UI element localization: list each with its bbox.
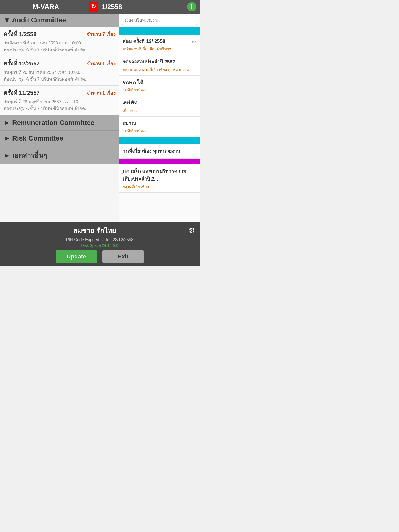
risk-committee-header[interactable]: ► Risk Committee [0,131,119,146]
gear-icon: ⚙ [189,226,195,235]
meeting-header: ครั้งที่ 11/2557 จำนวน 1 เรื่อง [4,88,116,97]
other-documents-header[interactable]: ► เอกสารอื่นๆ [0,146,119,164]
right-item-header: สอบ ครั้งที่ 12/ 2558 0% [123,37,196,46]
right-list-item[interactable]: ุมภายใน และการบริหารความเสี่ยงประจำปี 2.… [119,164,200,193]
main-container: ▼ Audit Committee ครั้งที่ 1/2558 จำนวน … [0,14,200,222]
meeting-item[interactable]: ครั้งที่ 12/2557 จำนวน 1 เรื่อง วันศุกร์… [0,56,119,86]
remuneration-committee-header[interactable]: ► Remuneration Committee [0,115,119,131]
meeting-item[interactable]: ครั้งที่ 11/2557 จำนวน 1 เรื่อง วันศุกร์… [0,86,119,115]
audit-committee-label: ▼ Audit Committee [4,16,66,24]
right-item-sub: ยงานที่เกี่ยวข้อง - [123,184,196,190]
version-label: 1/2558 [102,3,187,11]
meeting-count: จำนวน 1 เรื่อง [87,60,116,67]
remuneration-committee-label: ► Remuneration Committee [4,119,94,127]
magenta-bar [119,159,200,164]
right-item-title: รตรวจสอบประจำปี 2557 [123,58,196,65]
right-list-item[interactable]: VARA ได้ านที่เกี่ยวข้อง - [119,76,200,96]
right-item-sub: านที่เกี่ยวข้อง - [123,87,196,93]
left-panel: ▼ Audit Committee ครั้งที่ 1/2558 จำนวน … [0,14,119,222]
settings-button[interactable]: ⚙ [187,225,197,236]
right-item-title: านที่เกี่ยวข้อง ทุกหน่วยงาน [123,147,196,155]
cyan-bar-middle [119,137,200,144]
right-item-sub: านที่เกี่ยวข้อง - [123,128,196,134]
right-item-title: ะมาณ [123,119,196,127]
info-icon: i [191,3,192,10]
other-documents-label: ► เอกสารอื่นๆ [4,150,47,161]
risk-committee-label: ► Risk Committee [4,134,63,142]
header: M-VARA ↻ 1/2558 i [0,0,200,14]
app-title: M-VARA [3,3,89,11]
cyan-bar-top [119,27,200,35]
footer-username: สมชาย รักไทย [3,225,187,236]
right-item-sub: หน่วยงานที่เกี่ยวข้อง ผู้บริหาร [123,46,196,52]
meeting-header: ครั้งที่ 12/2557 จำนวน 1 เรื่อง [4,59,116,68]
update-button[interactable]: Update [56,250,97,263]
right-list-item[interactable]: านที่เกี่ยวข้อง ทุกหน่วยงาน [119,144,200,159]
exit-button[interactable]: Exit [102,250,144,263]
meeting-detail: วันศุกร์ ที่ 26 ธันวาคม 2557 เวลา 10:00.… [4,69,116,82]
search-input[interactable] [122,16,197,25]
meeting-title: ครั้งที่ 1/2558 [4,30,36,39]
search-bar [119,14,200,27]
right-list-item[interactable]: ะมาณ านที่เกี่ยวข้อง - [119,117,200,137]
meeting-title: ครั้งที่ 12/2557 [4,59,40,68]
meeting-item[interactable]: ครั้งที่ 1/2558 จำนวน 7 เรื่อง วันอังคาร… [0,27,119,56]
audit-committee-header[interactable]: ▼ Audit Committee [0,14,119,27]
right-list-item[interactable]: สอบ ครั้งที่ 12/ 2558 0% หน่วยงานที่เกี่… [119,35,200,55]
meeting-detail: วันศุกร์ ที่ 28 พฤศจิกายน 2557 เวลา 10:.… [4,98,116,112]
right-item-title: VARA ได้ [123,78,196,86]
right-item-sub: เกี่ยวข้อง - [123,108,196,114]
meeting-count: จำนวน 1 เรื่อง [87,89,116,97]
right-item-title: ุมภายใน และการบริหารความเสี่ยงประจำปี 2.… [123,167,196,183]
right-list-item[interactable]: งบริษัท เกี่ยวข้อง - [119,96,200,117]
meeting-count: จำนวน 7 เรื่อง [87,30,116,38]
right-item-title: สอบ ครั้งที่ 12/ 2558 [123,37,165,45]
right-item-title: งบริษัท [123,99,196,107]
footer-user-row: สมชาย รักไทย ⚙ [3,225,197,236]
meeting-title: ครั้งที่ 11/2557 [4,88,40,97]
right-list-item[interactable]: รตรวจสอบประจำปี 2557 จสอบ หน่วยงานที่เกี… [119,55,200,76]
disk-space-label: Disk Space 24.16 GB [81,243,118,248]
info-button[interactable]: i [187,2,196,11]
refresh-button[interactable]: ↻ [89,2,98,12]
pin-expiry-label: PIN Code Expired Date : 28/12/2558 [66,237,134,242]
right-item-percent: 0% [191,39,196,44]
meeting-detail: วันอังคาร ที่ 6 มกราคม 2558 เวลา 10:00..… [4,40,116,53]
footer: สมชาย รักไทย ⚙ PIN Code Expired Date : 2… [0,222,200,266]
refresh-icon: ↻ [91,3,96,10]
right-item-sub: จสอบ หน่วยงานที่เกี่ยวข้อง ทุกหน่วยงาน [123,66,196,73]
meeting-header: ครั้งที่ 1/2558 จำนวน 7 เรื่อง [4,30,116,39]
right-panel: สอบ ครั้งที่ 12/ 2558 0% หน่วยงานที่เกี่… [119,14,200,222]
footer-buttons: Update Exit [56,250,144,263]
